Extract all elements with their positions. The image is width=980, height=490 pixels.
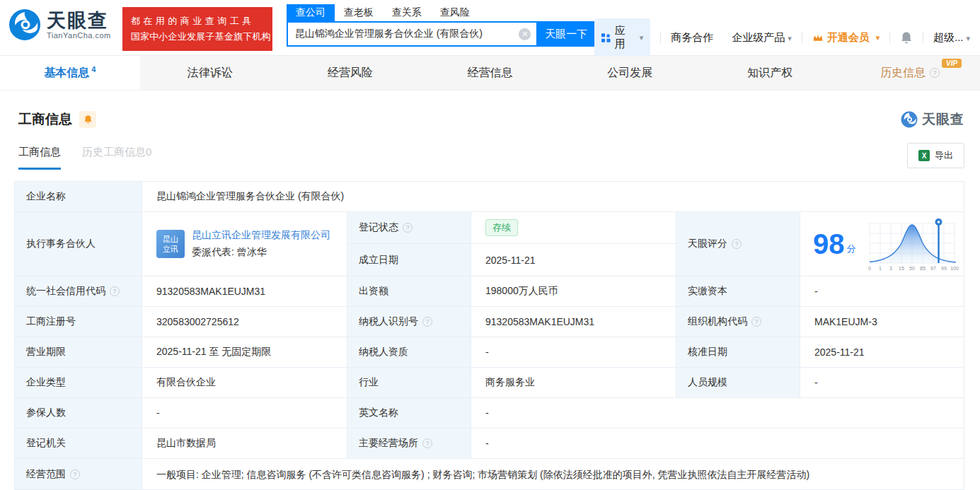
svg-text:100: 100: [950, 266, 959, 271]
business-term-value: 2025-11-21 至 无固定期限: [142, 337, 347, 368]
registration-status-label: 登记状态: [359, 221, 398, 234]
tab-operating-risk[interactable]: 经营风险: [280, 56, 420, 90]
contribution-label: 出资额: [347, 276, 471, 307]
crown-icon: [812, 33, 824, 42]
tab-company-development[interactable]: 公司发展: [560, 56, 700, 90]
contribution-value: 198000万人民币: [471, 276, 676, 307]
promo-banner: 都在用的商业查询工具 国家中小企业发展子基金旗下机构: [122, 7, 272, 51]
partner-company-avatar[interactable]: 昆山 立讯: [156, 230, 185, 258]
score-distribution-chart: 0 1 3 15 50 85 97 99 100: [866, 216, 959, 272]
company-type-value: 有限合伙企业: [142, 368, 347, 398]
nav-business-cooperation[interactable]: 商务合作: [671, 31, 713, 45]
english-name-label: 英文名称: [347, 398, 471, 428]
nav-divider: [923, 32, 923, 43]
logo-text-en: TianYanCha.com: [47, 31, 111, 40]
search-tab-boss[interactable]: 查老板: [335, 4, 383, 21]
subtab-business-info[interactable]: 工商信息: [18, 146, 61, 170]
clear-search-icon[interactable]: [519, 28, 531, 40]
tab-legal-litigation[interactable]: 法律诉讼: [140, 56, 280, 90]
help-icon[interactable]: [732, 239, 742, 249]
subscribe-bell-icon[interactable]: [79, 111, 96, 128]
business-scope-label-cell: 经营范围: [15, 459, 142, 489]
watermark-logo: 天眼查: [901, 110, 964, 129]
apps-grid-icon: [601, 33, 611, 43]
help-icon[interactable]: [70, 469, 80, 479]
tab-history-info-label: 历史信息: [880, 66, 926, 81]
tab-operating-info-label: 经营信息: [468, 66, 513, 81]
org-code-label: 组织机构代码: [688, 315, 747, 328]
search-box: [287, 21, 538, 47]
help-icon[interactable]: [930, 68, 940, 78]
tab-operating-info[interactable]: 经营信息: [420, 56, 560, 90]
table-row: 营业期限 2025-11-21 至 无固定期限 纳税人资质 - 核准日期 202…: [15, 337, 964, 368]
tab-history-info[interactable]: VIP 历史信息: [840, 56, 980, 90]
paid-in-capital-label: 实缴资本: [676, 276, 800, 307]
search-tab-company[interactable]: 查公司: [287, 4, 335, 21]
table-row: 统一社会信用代码 91320583MAK1EUJM31 出资额 198000万人…: [15, 276, 964, 307]
tianyan-score-label: 天眼评分: [688, 238, 727, 250]
approval-date-value: 2025-11-21: [800, 337, 964, 368]
notification-bell-icon[interactable]: [900, 31, 913, 45]
table-row: 执行事务合伙人 昆山 立讯 昆山立讯企业管理发展有限公司 委派代表: 曾冰华 登…: [15, 212, 964, 276]
help-icon[interactable]: [422, 317, 432, 327]
apps-menu[interactable]: 应用: [594, 18, 650, 57]
taxpayer-qualification-value: -: [471, 337, 676, 368]
subtab-history-business-info[interactable]: 历史工商信息0: [82, 146, 151, 170]
tab-basic-info-label: 基本信息: [44, 66, 89, 81]
search-tab-risk[interactable]: 查风险: [431, 4, 479, 21]
help-icon[interactable]: [110, 286, 120, 296]
paid-in-capital-value: -: [800, 276, 964, 307]
table-row: 工商注册号 320583002725612 纳税人识别号 91320583MAK…: [15, 307, 964, 337]
industry-value: 商务服务业: [471, 368, 676, 398]
avatar-text-line2: 立讯: [163, 244, 178, 254]
help-icon[interactable]: [751, 317, 761, 327]
nav-enterprise-products[interactable]: 企业级产品: [732, 31, 792, 45]
nav-user-menu[interactable]: 超级...: [933, 31, 970, 45]
svg-text:0: 0: [868, 266, 871, 271]
business-scope-label: 经营范围: [26, 468, 66, 481]
credit-code-value: 91320583MAK1EUJM31: [142, 276, 347, 307]
taxpayer-qualification-label: 纳税人资质: [347, 337, 471, 368]
export-button-label: 导出: [935, 149, 953, 162]
search-button[interactable]: 天眼一下: [538, 21, 594, 47]
taxpayer-id-label: 纳税人识别号: [359, 315, 418, 328]
nav-enterprise-products-label: 企业级产品: [732, 31, 785, 43]
established-date-label: 成立日期: [347, 244, 471, 276]
svg-text:15: 15: [899, 266, 904, 271]
chart-x-axis-ticks: 0 1 3 15 50 85 97 99 100: [868, 266, 959, 271]
registration-authority-value: 昆山市数据局: [142, 428, 347, 459]
nav-open-membership[interactable]: 开通会员: [812, 31, 880, 45]
executive-partner-cell: 昆山 立讯 昆山立讯企业管理发展有限公司 委派代表: 曾冰华: [142, 212, 347, 276]
search-tab-relation[interactable]: 查关系: [383, 4, 431, 21]
registration-authority-label: 登记机关: [15, 428, 142, 459]
main-business-place-label: 主要经营场所: [359, 437, 418, 450]
company-type-label: 企业类型: [15, 368, 142, 398]
partner-company-link[interactable]: 昆山立讯企业管理发展有限公司: [192, 229, 330, 242]
tab-legal-litigation-label: 法律诉讼: [188, 66, 233, 81]
avatar-text-line1: 昆山: [163, 234, 178, 244]
nav-divider: [802, 32, 802, 43]
svg-text:85: 85: [920, 266, 926, 271]
main-business-place-label-cell: 主要经营场所: [347, 428, 471, 459]
help-icon[interactable]: [403, 223, 413, 233]
taxpayer-id-value: 91320583MAK1EUJM31: [471, 307, 676, 337]
score-value: 98: [813, 230, 845, 258]
status-badge: 存续: [485, 219, 518, 236]
approval-date-label: 核准日期: [676, 337, 800, 368]
tab-basic-info[interactable]: 基本信息4: [0, 56, 140, 90]
search-input[interactable]: [295, 28, 519, 40]
registration-number-label: 工商注册号: [15, 307, 142, 337]
help-icon[interactable]: [422, 438, 432, 448]
credit-code-label: 统一社会信用代码: [26, 285, 105, 298]
nav-divider: [660, 32, 661, 43]
business-term-label: 营业期限: [15, 337, 142, 368]
table-row: 企业名称 昆山锦鸿企业管理服务合伙企业 (有限合伙): [15, 182, 964, 212]
section-header: 工商信息 天眼查: [18, 110, 964, 129]
tianyancha-logo[interactable]: 天眼查 TianYanCha.com: [8, 8, 111, 41]
nav-user-menu-label: 超级...: [933, 31, 964, 43]
export-button[interactable]: 导出: [907, 143, 964, 168]
tab-intellectual-property[interactable]: 知识产权: [700, 56, 840, 90]
watermark-text: 天眼查: [922, 110, 964, 129]
table-row: 经营范围 一般项目: 企业管理; 信息咨询服务 (不含许可类信息咨询服务) ; …: [15, 459, 964, 489]
tab-company-development-label: 公司发展: [607, 66, 652, 81]
